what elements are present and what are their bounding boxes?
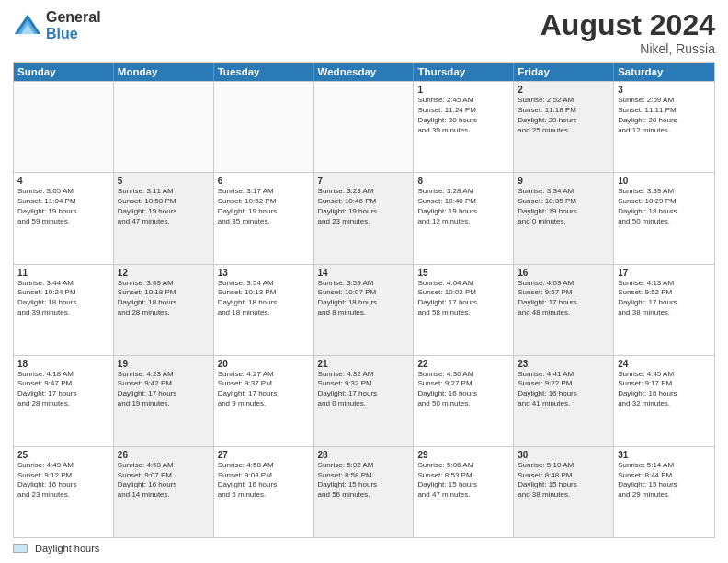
calendar-cell: 30Sunrise: 5:10 AM Sunset: 8:48 PM Dayli… <box>514 447 614 537</box>
calendar-cell: 31Sunrise: 5:14 AM Sunset: 8:44 PM Dayli… <box>614 447 714 537</box>
calendar-cell: 20Sunrise: 4:27 AM Sunset: 9:37 PM Dayli… <box>214 356 314 446</box>
day-info: Sunrise: 4:23 AM Sunset: 9:42 PM Dayligh… <box>118 370 210 409</box>
day-info: Sunrise: 2:52 AM Sunset: 11:18 PM Daylig… <box>518 96 609 135</box>
day-info: Sunrise: 3:17 AM Sunset: 10:52 PM Daylig… <box>218 187 310 226</box>
calendar-header-cell: Friday <box>514 63 614 81</box>
calendar-cell: 28Sunrise: 5:02 AM Sunset: 8:58 PM Dayli… <box>314 447 415 537</box>
calendar: SundayMondayTuesdayWednesdayThursdayFrid… <box>13 62 715 538</box>
day-number: 14 <box>318 268 410 278</box>
page: General Blue August 2024 Nikel, Russia S… <box>0 0 728 563</box>
calendar-cell: 4Sunrise: 3:05 AM Sunset: 11:04 PM Dayli… <box>14 173 114 263</box>
calendar-cell: 3Sunrise: 2:59 AM Sunset: 11:11 PM Dayli… <box>614 82 714 172</box>
calendar-cell <box>14 82 114 172</box>
logo-blue-text: Blue <box>46 26 101 42</box>
calendar-row: 4Sunrise: 3:05 AM Sunset: 11:04 PM Dayli… <box>14 172 714 263</box>
day-number: 18 <box>17 359 109 369</box>
day-number: 25 <box>17 450 109 460</box>
calendar-cell: 27Sunrise: 4:58 AM Sunset: 9:03 PM Dayli… <box>214 447 314 537</box>
calendar-cell: 29Sunrise: 5:06 AM Sunset: 8:53 PM Dayli… <box>414 447 514 537</box>
calendar-cell: 21Sunrise: 4:32 AM Sunset: 9:32 PM Dayli… <box>314 356 415 446</box>
day-info: Sunrise: 5:14 AM Sunset: 8:44 PM Dayligh… <box>618 461 711 500</box>
calendar-header: SundayMondayTuesdayWednesdayThursdayFrid… <box>14 63 714 81</box>
day-number: 3 <box>618 85 711 95</box>
logo: General Blue <box>13 9 101 41</box>
logo-text: General Blue <box>46 9 101 41</box>
day-number: 1 <box>417 85 509 95</box>
header: General Blue August 2024 Nikel, Russia <box>13 9 715 56</box>
calendar-cell: 15Sunrise: 4:04 AM Sunset: 10:02 PM Dayl… <box>414 265 514 355</box>
subtitle: Nikel, Russia <box>540 41 715 56</box>
day-number: 7 <box>318 176 410 186</box>
calendar-cell: 16Sunrise: 4:09 AM Sunset: 9:57 PM Dayli… <box>514 265 614 355</box>
day-number: 9 <box>518 176 609 186</box>
logo-icon <box>13 11 42 40</box>
day-number: 4 <box>17 176 109 186</box>
day-number: 29 <box>417 450 509 460</box>
day-info: Sunrise: 3:44 AM Sunset: 10:24 PM Daylig… <box>17 279 109 318</box>
calendar-cell: 13Sunrise: 3:54 AM Sunset: 10:13 PM Dayl… <box>214 265 314 355</box>
day-info: Sunrise: 4:18 AM Sunset: 9:47 PM Dayligh… <box>17 370 109 409</box>
day-number: 11 <box>17 268 109 278</box>
day-info: Sunrise: 4:53 AM Sunset: 9:07 PM Dayligh… <box>118 461 210 500</box>
day-info: Sunrise: 4:13 AM Sunset: 9:52 PM Dayligh… <box>618 279 711 318</box>
day-number: 23 <box>518 359 609 369</box>
calendar-row: 25Sunrise: 4:49 AM Sunset: 9:12 PM Dayli… <box>14 446 714 537</box>
day-info: Sunrise: 3:11 AM Sunset: 10:58 PM Daylig… <box>118 187 210 226</box>
calendar-cell: 25Sunrise: 4:49 AM Sunset: 9:12 PM Dayli… <box>14 447 114 537</box>
calendar-header-cell: Tuesday <box>214 63 314 81</box>
day-info: Sunrise: 4:45 AM Sunset: 9:17 PM Dayligh… <box>618 370 711 409</box>
day-info: Sunrise: 4:27 AM Sunset: 9:37 PM Dayligh… <box>218 370 310 409</box>
calendar-cell: 7Sunrise: 3:23 AM Sunset: 10:46 PM Dayli… <box>314 173 415 263</box>
day-info: Sunrise: 5:02 AM Sunset: 8:58 PM Dayligh… <box>318 461 410 500</box>
day-number: 26 <box>118 450 210 460</box>
day-info: Sunrise: 3:23 AM Sunset: 10:46 PM Daylig… <box>318 187 410 226</box>
day-info: Sunrise: 4:04 AM Sunset: 10:02 PM Daylig… <box>417 279 509 318</box>
day-info: Sunrise: 3:54 AM Sunset: 10:13 PM Daylig… <box>218 279 310 318</box>
day-info: Sunrise: 3:39 AM Sunset: 10:29 PM Daylig… <box>618 187 711 226</box>
calendar-cell: 8Sunrise: 3:28 AM Sunset: 10:40 PM Dayli… <box>414 173 514 263</box>
calendar-cell: 10Sunrise: 3:39 AM Sunset: 10:29 PM Dayl… <box>614 173 714 263</box>
calendar-cell: 19Sunrise: 4:23 AM Sunset: 9:42 PM Dayli… <box>114 356 214 446</box>
logo-general-text: General <box>46 9 101 26</box>
day-number: 8 <box>417 176 509 186</box>
calendar-cell: 18Sunrise: 4:18 AM Sunset: 9:47 PM Dayli… <box>14 356 114 446</box>
calendar-cell: 14Sunrise: 3:59 AM Sunset: 10:07 PM Dayl… <box>314 265 415 355</box>
calendar-cell: 2Sunrise: 2:52 AM Sunset: 11:18 PM Dayli… <box>514 82 614 172</box>
day-number: 2 <box>518 85 609 95</box>
calendar-cell: 23Sunrise: 4:41 AM Sunset: 9:22 PM Dayli… <box>514 356 614 446</box>
day-number: 30 <box>518 450 609 460</box>
day-info: Sunrise: 4:32 AM Sunset: 9:32 PM Dayligh… <box>318 370 410 409</box>
calendar-cell: 1Sunrise: 2:45 AM Sunset: 11:24 PM Dayli… <box>414 82 514 172</box>
day-number: 5 <box>118 176 210 186</box>
calendar-cell: 9Sunrise: 3:34 AM Sunset: 10:35 PM Dayli… <box>514 173 614 263</box>
day-number: 12 <box>118 268 210 278</box>
legend-label: Daylight hours <box>35 543 99 554</box>
day-number: 6 <box>218 176 310 186</box>
calendar-cell: 6Sunrise: 3:17 AM Sunset: 10:52 PM Dayli… <box>214 173 314 263</box>
day-number: 31 <box>618 450 711 460</box>
title-block: August 2024 Nikel, Russia <box>540 9 715 56</box>
day-info: Sunrise: 5:10 AM Sunset: 8:48 PM Dayligh… <box>518 461 609 500</box>
calendar-row: 18Sunrise: 4:18 AM Sunset: 9:47 PM Dayli… <box>14 355 714 446</box>
day-info: Sunrise: 3:28 AM Sunset: 10:40 PM Daylig… <box>417 187 509 226</box>
day-info: Sunrise: 3:34 AM Sunset: 10:35 PM Daylig… <box>518 187 609 226</box>
day-number: 15 <box>417 268 509 278</box>
day-number: 13 <box>218 268 310 278</box>
legend-color-box <box>13 544 28 553</box>
calendar-cell: 11Sunrise: 3:44 AM Sunset: 10:24 PM Dayl… <box>14 265 114 355</box>
day-number: 22 <box>417 359 509 369</box>
main-title: August 2024 <box>540 9 715 41</box>
day-info: Sunrise: 3:59 AM Sunset: 10:07 PM Daylig… <box>318 279 410 318</box>
calendar-cell: 22Sunrise: 4:36 AM Sunset: 9:27 PM Dayli… <box>414 356 514 446</box>
day-info: Sunrise: 4:41 AM Sunset: 9:22 PM Dayligh… <box>518 370 609 409</box>
day-number: 10 <box>618 176 711 186</box>
day-number: 27 <box>218 450 310 460</box>
calendar-cell: 24Sunrise: 4:45 AM Sunset: 9:17 PM Dayli… <box>614 356 714 446</box>
day-number: 20 <box>218 359 310 369</box>
calendar-header-cell: Wednesday <box>314 63 415 81</box>
calendar-cell <box>214 82 314 172</box>
calendar-header-cell: Saturday <box>614 63 714 81</box>
day-info: Sunrise: 4:49 AM Sunset: 9:12 PM Dayligh… <box>17 461 109 500</box>
day-number: 16 <box>518 268 609 278</box>
calendar-header-cell: Monday <box>114 63 214 81</box>
